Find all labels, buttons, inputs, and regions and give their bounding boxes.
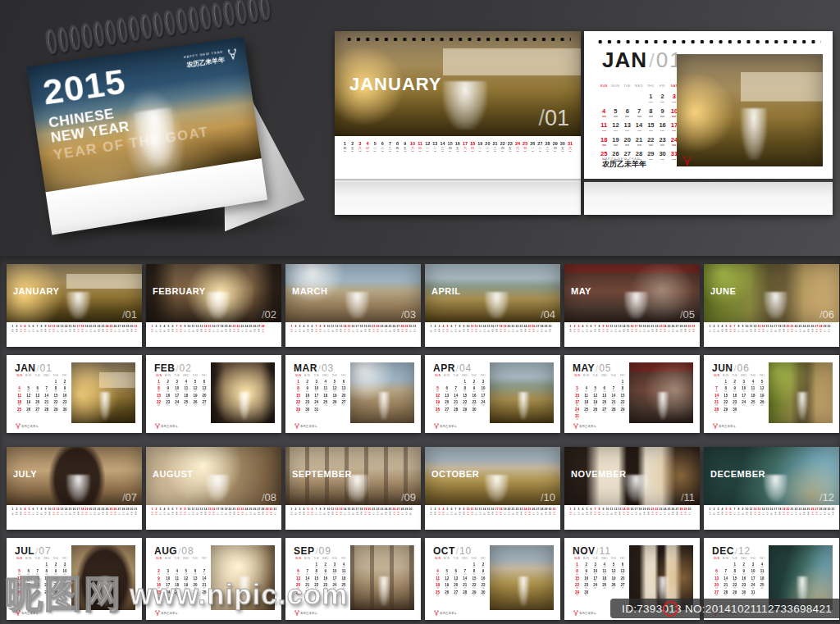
strip-day: 15四 xyxy=(446,141,454,152)
month-photo-page-dec: DECEMBER/121二2三3四4五5六6日7一8二9三10四11五12六13… xyxy=(704,447,839,530)
grid-day: 25 xyxy=(172,590,181,598)
grid-day: 26 xyxy=(757,401,766,408)
calendar-grid: 1234567891011121314151617181920212223242… xyxy=(573,380,637,427)
weekday-header-row: SUNMONTUEWEDTHUFRISAT xyxy=(598,84,680,90)
month-name: AUGUST xyxy=(153,469,193,479)
weekday-label: MON xyxy=(24,557,33,559)
grid-day: 25 xyxy=(321,401,330,408)
goat-logo-icon xyxy=(226,48,240,62)
grid-day: 25 xyxy=(582,408,591,415)
weekday-label: TUE xyxy=(730,557,739,559)
strip-day: 31四 xyxy=(831,508,835,515)
month-name: OCTOBER xyxy=(431,469,479,479)
page-footer: 农历乙未羊年 xyxy=(712,422,723,430)
grid-day: 24 xyxy=(172,401,181,408)
grid-day: 25 xyxy=(748,401,757,408)
grid-day: 25 xyxy=(15,408,24,415)
calendar-grid: 1234567891011121314151617181920212223242… xyxy=(15,563,79,610)
weekday-label: MON xyxy=(582,557,591,559)
grid-day: 28 xyxy=(42,408,51,415)
page-footer: 农历乙未羊年 xyxy=(433,422,444,430)
weekday-label: MON xyxy=(609,84,621,88)
weekday-label: FRI xyxy=(656,84,668,88)
month-photo-page-feb: FEBRUARY/021日2一3二4三5四6五7六8日9一10二11三12四13… xyxy=(146,264,281,347)
weekday-label: THU xyxy=(330,374,339,376)
grid-day: 19 xyxy=(609,137,621,152)
weekday-label: MON xyxy=(582,374,591,376)
page-title: JAN/01 xyxy=(602,49,683,71)
strip-day: 25日 xyxy=(522,141,529,152)
weekday-label: THU xyxy=(330,557,339,559)
wedding-photo xyxy=(350,545,414,610)
weekday-label: WED xyxy=(739,374,748,376)
page-title: AUG/08 xyxy=(154,544,194,557)
weekday-label: FRI xyxy=(60,374,69,376)
calendar-template-preview: 2015 CHINESE NEW YEAR YEAR OF THE GOAT H… xyxy=(0,0,840,624)
month-photo-page-jan: JANUARY/011四2五3六4日5一6二7三8四9五10六11日12一13二… xyxy=(7,264,142,347)
goat-logo-icon xyxy=(573,610,579,617)
calendar-grid: 1234567891011121314151617181920212223242… xyxy=(15,380,79,427)
weekday-label: TUE xyxy=(622,84,633,88)
month-number: /01 xyxy=(538,106,569,131)
strip-day: 5一 xyxy=(372,141,379,152)
grid-pages-row-jan-jun: JAN/01SUNMONTUEWEDTHUFRISAT1234567891011… xyxy=(7,355,839,433)
weekday-label: TUE xyxy=(312,557,321,559)
grid-day: 2 xyxy=(656,93,668,108)
goat-logo-icon xyxy=(15,423,21,430)
strip-day: 30四 xyxy=(548,325,552,332)
month-grid-page-jan: JAN/01SUNMONTUEWEDTHUFRISAT1234567891011… xyxy=(7,355,142,433)
page-title: APR/04 xyxy=(433,361,472,374)
calendar-grid: 1234567891011121314151617181920212223242… xyxy=(433,380,497,427)
grid-day: 31 xyxy=(163,598,172,605)
strip-day: 21三 xyxy=(491,141,499,152)
strip-day: 17六 xyxy=(461,141,468,152)
january-photo-page: JANUARY /01 1四2五3六4日5一6二7三8四9五10六11日12一1… xyxy=(335,31,581,215)
spiral-ring xyxy=(91,20,105,48)
date-strip: 1四2五3六4日5一6二7三8四9五10六11日12一13二14三15四16五1… xyxy=(7,322,142,347)
spiral-ring xyxy=(115,16,129,43)
desk-calendar-mockup: 2015 CHINESE NEW YEAR YEAR OF THE GOAT H… xyxy=(11,3,331,249)
grid-day: 13 xyxy=(622,122,633,137)
grid-day: 28 xyxy=(33,590,42,598)
calendar-grid: 1234567891011121314151617181920212223242… xyxy=(712,380,776,427)
month-number: /01 xyxy=(122,308,137,321)
grid-day: 7 xyxy=(633,108,645,123)
wedding-photo: APRIL/04 xyxy=(425,264,560,322)
binding-holes xyxy=(596,39,821,44)
wedding-photo xyxy=(71,362,135,423)
weekday-header-row: SUNMONTUEWEDTHUFRISAT xyxy=(712,557,776,561)
weekday-label: SUN xyxy=(433,374,442,376)
date-strip: 1日2一3二4三5四6五7六8日9一10二11三12四13五14六15日16一1… xyxy=(285,322,421,347)
spiral-ring xyxy=(162,9,176,36)
image-id-watermark: ID:7393013 NO:20141021112733698421 xyxy=(610,599,840,618)
grid-day: 29 xyxy=(721,408,730,415)
weekday-label: SUN xyxy=(154,557,163,559)
weekday-label: WED xyxy=(600,557,609,559)
strip-day: 3六 xyxy=(356,141,363,152)
page-footer: 农历乙未羊年 xyxy=(294,422,304,430)
brand-lunar-year: 农历乙未羊年 xyxy=(440,425,442,429)
month-name: JANUARY xyxy=(13,286,59,296)
month-photo-page-jul: JULY/071三2四3五4六5日6一7二8三9四10五11六12日13一14二… xyxy=(7,447,142,530)
goat-logo-icon xyxy=(712,423,719,430)
grid-day: 30 xyxy=(303,408,312,415)
grid-day: 30 xyxy=(469,408,478,415)
strip-day: 30一 xyxy=(687,508,692,515)
calendar-grid: 1234567891011121314151617181920212223242… xyxy=(294,563,358,610)
page-flap xyxy=(584,182,833,215)
strip-day: 30三 xyxy=(409,508,413,515)
spiral-ring xyxy=(127,15,141,42)
weekday-label: TUE xyxy=(172,374,181,376)
grid-day: 28 xyxy=(609,408,618,415)
grid-day: 27 xyxy=(442,408,451,415)
weekday-label: FRI xyxy=(60,557,69,559)
calendar-grid: 1234567891011121314151617181920212223242… xyxy=(433,563,497,610)
grid-day: 4 xyxy=(598,108,609,123)
grid-day: 29 xyxy=(730,590,739,598)
strip-day: 16五 xyxy=(454,141,461,152)
grid-day: 26 xyxy=(609,584,618,591)
strip-day: 8四 xyxy=(394,141,401,152)
page-title: DEC/12 xyxy=(712,544,751,557)
weekday-label: TUE xyxy=(591,374,600,376)
red-circle-mark xyxy=(663,601,678,617)
